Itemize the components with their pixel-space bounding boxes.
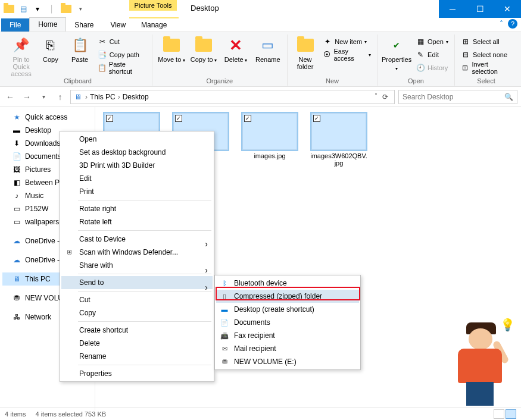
context-menu-item[interactable]: ⛃NEW VOLUME (E:) (216, 355, 359, 368)
open-button[interactable]: ▦Open ▾ (414, 36, 450, 48)
pin-to-quick-access-button[interactable]: 📌 Pin to Quick access (8, 35, 34, 77)
properties-button[interactable]: ✔ Properties (382, 35, 411, 73)
context-menu-item[interactable]: ᛒBluetooth device (216, 277, 359, 290)
copy-path-icon: 📑 (98, 50, 107, 59)
menu-item-label: Cast to Device (79, 235, 126, 243)
context-menu-item[interactable]: ▬Desktop (create shortcut) (216, 303, 359, 316)
menu-item-label: 3D Print with 3D Builder (79, 161, 155, 170)
paste-shortcut-button[interactable]: 📋Paste shortcut (96, 62, 147, 74)
context-menu-item[interactable]: Open (61, 133, 213, 146)
sidebar-item-label: This PC (25, 275, 51, 283)
checked-folder-icon[interactable] (60, 2, 73, 15)
copy-button[interactable]: ⎘ Copy (38, 35, 63, 63)
context-menu-item[interactable]: Rename (61, 350, 213, 363)
select-none-button[interactable]: ⊟Select none (460, 49, 513, 61)
tab-manage[interactable]: Manage (129, 17, 179, 32)
selection-checkbox[interactable]: ✓ (313, 115, 320, 122)
pin-label: Pin to Quick access (8, 56, 34, 77)
window-controls: ─ ☐ ✕ (439, 0, 521, 18)
selection-checkbox[interactable]: ✓ (106, 115, 113, 122)
context-menu-item[interactable]: ▯Compressed (zipped) folder (216, 290, 359, 303)
select-all-button[interactable]: ⊞Select all (460, 36, 513, 48)
context-menu-item[interactable]: Properties (61, 367, 213, 380)
context-menu-item[interactable]: ✉Mail recipient (216, 342, 359, 355)
tab-home[interactable]: Home (29, 17, 66, 32)
refresh-button[interactable]: ⟳ (379, 93, 392, 101)
invert-selection-button[interactable]: ⊡Invert selection (460, 62, 513, 74)
select-group-label: Select (477, 77, 495, 86)
minimize-button[interactable]: ─ (439, 0, 466, 18)
sidebar-item-label: Downloads (25, 139, 60, 148)
new-folder-button[interactable]: New folder (292, 35, 318, 70)
move-to-button[interactable]: Move to (157, 35, 186, 64)
selection-checkbox[interactable]: ✓ (175, 115, 182, 122)
invert-selection-label: Invert selection (472, 61, 511, 75)
sidebar-item[interactable]: ★Quick access (2, 111, 92, 124)
context-menu-item[interactable]: Rotate right (61, 202, 213, 215)
qat-overflow-icon[interactable]: ▾ (74, 2, 87, 15)
new-item-button[interactable]: ✦New item ▾ (322, 36, 372, 48)
menu-item-label: Rotate left (79, 218, 112, 226)
context-menu-item[interactable]: Copy (61, 306, 213, 319)
history-button[interactable]: 🕘History (414, 62, 450, 74)
context-menu-item[interactable]: Share with (61, 259, 213, 272)
clipboard-group-label: Clipboard (64, 77, 92, 86)
file-thumbnail[interactable]: ✓images3W602QBV.jpg (310, 113, 368, 167)
maximize-button[interactable]: ☐ (466, 0, 494, 18)
context-menu-item[interactable]: Send to (61, 276, 213, 289)
file-thumbnail[interactable]: ✓images.jpg (241, 113, 299, 167)
context-menu-item[interactable]: ⛨Scan with Windows Defender... (61, 246, 213, 259)
explorer-icon: ▤ (17, 2, 30, 15)
context-menu-item[interactable]: Delete (61, 337, 213, 350)
up-button[interactable]: ↑ (54, 90, 67, 104)
context-menu-item[interactable]: 3D Print with 3D Builder (61, 159, 213, 172)
menu-item-label: NEW VOLUME (E:) (234, 358, 297, 366)
qat-dropdown-icon[interactable]: ▾ (31, 2, 44, 15)
context-menu-item[interactable]: 📄Documents (216, 316, 359, 329)
context-menu-item[interactable]: Cast to Device (61, 233, 213, 246)
context-menu-item[interactable]: Print (61, 185, 213, 198)
paste-icon: 📋 (70, 36, 89, 55)
context-menu-item[interactable]: 📠Fax recipient (216, 329, 359, 342)
tab-share[interactable]: Share (66, 18, 102, 32)
sidebar-item-icon: ☁ (12, 236, 21, 246)
search-icon[interactable]: 🔍 (504, 93, 513, 101)
ribbon-collapse-icon[interactable]: ˄ (500, 20, 503, 28)
address-dropdown-icon[interactable]: ˅ (375, 93, 378, 101)
context-menu-item[interactable]: Edit (61, 172, 213, 185)
breadcrumb-desktop[interactable]: Desktop (123, 93, 149, 101)
breadcrumb-this-pc[interactable]: This PC (90, 93, 116, 101)
context-menu-item[interactable]: Rotate left (61, 215, 213, 228)
mascot-illustration: 💡 (440, 318, 517, 407)
close-button[interactable]: ✕ (494, 0, 521, 18)
context-menu-item[interactable]: Set as desktop background (61, 146, 213, 159)
titlebar: ▤ ▾ │ ▾ Picture Tools Desktop ─ ☐ ✕ (0, 0, 521, 18)
cut-button[interactable]: ✂Cut (96, 36, 147, 48)
context-menu-item[interactable]: Cut (61, 293, 213, 306)
ribbon-tabs: File Home Share View Manage ˄ ? (0, 18, 521, 32)
thumbnail-image: ✓ (311, 113, 366, 150)
rename-button[interactable]: ▭ Rename (254, 35, 282, 63)
copy-path-button[interactable]: 📑Copy path (96, 49, 147, 61)
recent-locations-button[interactable]: ▾ (37, 90, 50, 104)
easy-access-button[interactable]: ⦿Easy access ▾ (322, 49, 372, 61)
address-bar[interactable]: 🖥 › This PC › Desktop ˅ ⟳ (70, 90, 395, 104)
paste-button[interactable]: 📋 Paste (67, 35, 93, 63)
tab-file[interactable]: File (1, 18, 29, 32)
thumbnails-view-button[interactable] (506, 409, 516, 419)
context-menu-item[interactable]: Create shortcut (61, 324, 213, 337)
contextual-tab-picture-tools: Picture Tools (129, 0, 177, 11)
details-view-button[interactable] (494, 409, 504, 419)
menu-item-label: Delete (79, 339, 100, 347)
sidebar-item-icon: ♪ (12, 191, 21, 200)
delete-button[interactable]: ✕ Delete (221, 35, 250, 64)
help-icon[interactable]: ? (508, 19, 517, 29)
back-button[interactable]: ← (4, 90, 17, 104)
sidebar-item-label: wallpapers (25, 218, 59, 226)
search-input[interactable]: Search Desktop 🔍 (398, 90, 517, 104)
copy-to-button[interactable]: Copy to (189, 35, 218, 64)
forward-button[interactable]: → (20, 90, 33, 104)
menu-item-icon: ᛒ (220, 278, 229, 288)
edit-button[interactable]: ✎Edit (414, 49, 450, 61)
selection-checkbox[interactable]: ✓ (244, 115, 251, 122)
